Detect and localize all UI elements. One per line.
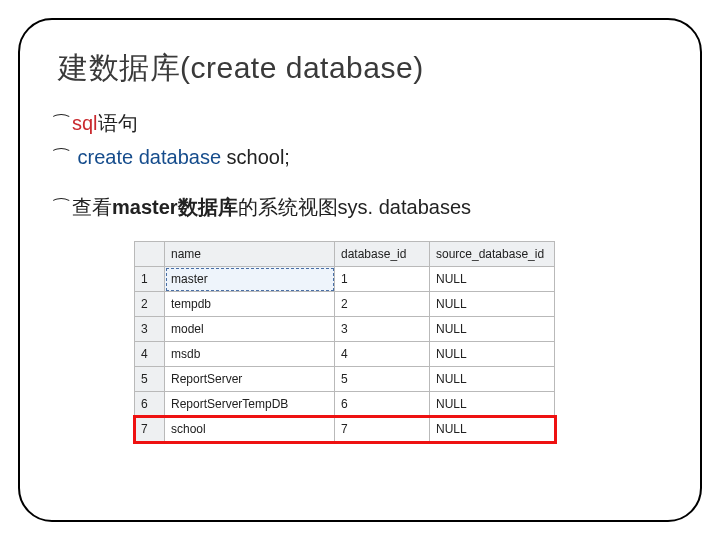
db-table: name database_id source_database_id 1mas… — [134, 241, 555, 442]
slide: 建数据库(create database) ⁀ sql语句 ⁀ create d… — [0, 0, 720, 540]
cell-database-id: 4 — [335, 342, 430, 367]
header-name: name — [165, 242, 335, 267]
cell-name: msdb — [165, 342, 335, 367]
row-number: 3 — [135, 317, 165, 342]
table-row: 7school7NULL — [135, 417, 555, 442]
row-number: 7 — [135, 417, 165, 442]
cell-name: master — [165, 267, 335, 292]
cell-database-id: 7 — [335, 417, 430, 442]
cell-database-id: 5 — [335, 367, 430, 392]
cell-name: ReportServer — [165, 367, 335, 392]
bullet-view-master: ⁀ 查看master数据库的系统视图sys. databases — [54, 191, 666, 223]
cell-name: ReportServerTempDB — [165, 392, 335, 417]
cell-source-db-id: NULL — [430, 367, 555, 392]
header-corner — [135, 242, 165, 267]
bullet-text: sql语句 — [72, 107, 666, 139]
bullet-icon: ⁀ — [54, 144, 68, 173]
cell-database-id: 2 — [335, 292, 430, 317]
table-header-row: name database_id source_database_id — [135, 242, 555, 267]
row-number: 4 — [135, 342, 165, 367]
cell-name: model — [165, 317, 335, 342]
table-row: 1master1NULL — [135, 267, 555, 292]
table-row: 3model3NULL — [135, 317, 555, 342]
sys-databases-grid: name database_id source_database_id 1mas… — [134, 241, 554, 442]
bullet-1-rest: 语句 — [98, 112, 138, 134]
cell-database-id: 6 — [335, 392, 430, 417]
bullet-icon: ⁀ — [54, 110, 68, 139]
bullet-3-bold: master数据库 — [112, 196, 238, 218]
table-row: 4msdb4NULL — [135, 342, 555, 367]
bullet-text: create database school; — [72, 141, 666, 173]
cell-name: tempdb — [165, 292, 335, 317]
row-number: 1 — [135, 267, 165, 292]
cell-database-id: 1 — [335, 267, 430, 292]
row-number: 5 — [135, 367, 165, 392]
bullet-3-pre: 查看 — [72, 196, 112, 218]
kw-create-database: create database — [78, 146, 221, 168]
row-number: 2 — [135, 292, 165, 317]
cell-source-db-id: NULL — [430, 292, 555, 317]
cell-source-db-id: NULL — [430, 317, 555, 342]
cell-database-id: 3 — [335, 317, 430, 342]
header-src: source_database_id — [430, 242, 555, 267]
cell-name: school — [165, 417, 335, 442]
slide-frame: 建数据库(create database) ⁀ sql语句 ⁀ create d… — [18, 18, 702, 522]
bullet-list: ⁀ sql语句 ⁀ create database school; ⁀ 查看ma… — [54, 107, 666, 223]
bullet-2-rest: school; — [221, 146, 290, 168]
row-number: 6 — [135, 392, 165, 417]
cell-source-db-id: NULL — [430, 417, 555, 442]
bullet-icon: ⁀ — [54, 194, 68, 223]
table-row: 2tempdb2NULL — [135, 292, 555, 317]
header-dbid: database_id — [335, 242, 430, 267]
bullet-sql-stmt: ⁀ sql语句 — [54, 107, 666, 139]
table-row: 6ReportServerTempDB6NULL — [135, 392, 555, 417]
slide-title: 建数据库(create database) — [58, 48, 666, 89]
bullet-text: 查看master数据库的系统视图sys. databases — [72, 191, 666, 223]
bullet-create-db: ⁀ create database school; — [54, 141, 666, 173]
kw-sql: sql — [72, 112, 98, 134]
bullet-3-rest: 的系统视图sys. databases — [238, 196, 471, 218]
cell-source-db-id: NULL — [430, 392, 555, 417]
cell-source-db-id: NULL — [430, 267, 555, 292]
table-row: 5ReportServer5NULL — [135, 367, 555, 392]
cell-source-db-id: NULL — [430, 342, 555, 367]
